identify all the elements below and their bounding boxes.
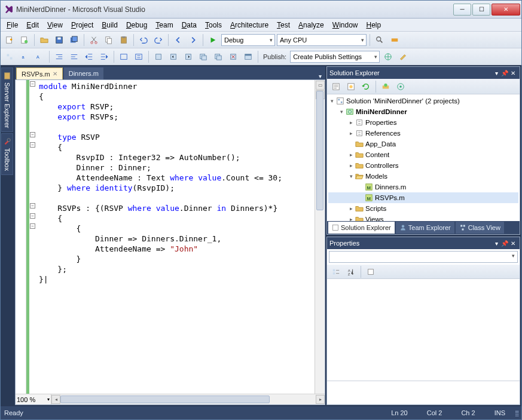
code-editor[interactable]: −−−−−− module MiniNerdDinner { export RS…	[16, 80, 325, 394]
menu-data[interactable]: Data	[178, 20, 200, 30]
hscroll-thumb[interactable]	[60, 396, 270, 403]
scroll-left-button[interactable]: ◂	[51, 395, 60, 404]
resize-grip-icon[interactable]: ⣿	[515, 410, 518, 416]
menu-analyze[interactable]: Analyze	[295, 20, 328, 30]
fold-toggle[interactable]: −	[30, 142, 35, 148]
indent-dec-button[interactable]	[97, 50, 111, 63]
refresh-button[interactable]	[359, 80, 373, 93]
fold-toggle[interactable]: −	[30, 203, 35, 209]
toolbox-tab[interactable]: Toolbox	[1, 133, 13, 175]
scroll-thumb[interactable]	[316, 91, 323, 210]
menu-debug[interactable]: Debug	[123, 20, 151, 30]
redo-button[interactable]	[152, 33, 165, 47]
bookmark-prevfolder-button[interactable]	[197, 50, 210, 63]
publish-select[interactable]: Create Publish Settings	[290, 51, 380, 63]
scroll-right-button[interactable]: ▸	[316, 395, 325, 404]
fold-toggle[interactable]: −	[30, 132, 35, 137]
tree-item[interactable]: ▸Scripts	[328, 203, 518, 214]
horizontal-scrollbar[interactable]: ◂ ▸	[51, 395, 325, 404]
solution-tree[interactable]: ▾Solution 'MiniNerdDinner' (2 projects)▾…	[327, 94, 520, 221]
tree-item[interactable]: App_Data	[328, 139, 518, 149]
expander-icon[interactable]: ▾	[328, 98, 335, 104]
file-tab-inactive[interactable]: Dinners.m	[64, 68, 103, 79]
menu-window[interactable]: Window	[329, 20, 362, 30]
file-tab-active[interactable]: RSVPs.m✕	[16, 68, 63, 79]
undo-button[interactable]	[137, 33, 150, 47]
tree-item[interactable]: MRSVPs.m	[328, 192, 518, 203]
panel-close-button[interactable]: ✕	[509, 240, 517, 247]
expander-icon[interactable]: ▸	[347, 152, 355, 158]
nest-button[interactable]	[379, 80, 392, 93]
expander-icon[interactable]: ▸	[347, 216, 355, 221]
tree-item[interactable]: MDinners.m	[328, 182, 518, 192]
uncomment-out-button[interactable]	[132, 50, 145, 63]
tree-item[interactable]: ▾Models	[328, 171, 518, 182]
expander-icon[interactable]: ▸	[347, 130, 355, 136]
copy-button[interactable]	[102, 33, 115, 47]
tree-item[interactable]: ▾Solution 'MiniNerdDinner' (2 projects)	[328, 96, 518, 106]
extension-button[interactable]	[388, 33, 401, 47]
close-button[interactable]: ✕	[492, 4, 520, 16]
bookmark-nextfolder-button[interactable]	[212, 50, 225, 63]
panel-pin-button[interactable]: 📌	[500, 240, 509, 247]
indent-inc-button[interactable]	[83, 50, 96, 63]
new-project-button[interactable]	[3, 33, 16, 47]
nav-back-button[interactable]	[172, 33, 185, 47]
tab-dropdown-button[interactable]: ▾	[316, 73, 324, 79]
panel-tab-class-view[interactable]: Class View	[456, 222, 504, 234]
menu-file[interactable]: File	[3, 20, 22, 30]
tree-item[interactable]: ▾MiniNerdDinner	[328, 106, 518, 117]
panel-dropdown-button[interactable]: ▾	[492, 240, 500, 247]
expander-icon[interactable]: ▾	[338, 109, 345, 115]
panel-dropdown-button[interactable]: ▾	[492, 70, 500, 76]
menu-architecture[interactable]: Architecture	[227, 20, 272, 30]
start-debug-button[interactable]	[206, 33, 219, 47]
minimize-button[interactable]: ─	[453, 4, 471, 16]
expander-icon[interactable]: ▸	[347, 206, 355, 211]
server-explorer-tab[interactable]: Server Explorer	[1, 68, 13, 132]
panel-tab-team-explorer[interactable]: Team Explorer	[396, 222, 454, 234]
outdent-button[interactable]	[68, 50, 81, 63]
split-button[interactable]: ▭	[316, 81, 325, 90]
paste-button[interactable]	[117, 33, 130, 47]
menu-project[interactable]: Project	[68, 20, 97, 30]
expander-icon[interactable]: ▸	[347, 119, 355, 125]
expander-icon[interactable]: ▸	[347, 163, 355, 168]
comment-out-button[interactable]	[117, 50, 130, 63]
menu-help[interactable]: Help	[362, 20, 384, 30]
open-button[interactable]	[38, 33, 51, 47]
vertical-scrollbar[interactable]: ▭ ▴	[315, 80, 325, 394]
bookmark-toggle-button[interactable]	[152, 50, 165, 63]
zoom-select[interactable]: 100 %▾	[16, 394, 51, 404]
maximize-button[interactable]: ☐	[472, 4, 490, 16]
cut-button[interactable]	[87, 33, 100, 47]
fold-toggle[interactable]: −	[30, 223, 35, 229]
menu-view[interactable]: View	[44, 20, 66, 30]
add-item-button[interactable]	[18, 33, 31, 47]
bookmark-next-button[interactable]	[182, 50, 195, 63]
properties-button[interactable]	[329, 80, 343, 93]
property-pages-button[interactable]	[364, 265, 377, 278]
panel-close-button[interactable]: ✕	[509, 70, 517, 76]
tree-item[interactable]: ▸Content	[328, 149, 518, 160]
nav-forward-button[interactable]	[187, 33, 200, 47]
properties-object-select[interactable]	[329, 251, 518, 263]
view-designer-button[interactable]	[394, 80, 407, 93]
find-button[interactable]	[373, 33, 386, 47]
publish-web-button[interactable]	[381, 50, 395, 63]
tree-item[interactable]: ▸References	[328, 128, 518, 139]
menu-team[interactable]: Team	[152, 20, 176, 30]
indent-button[interactable]	[53, 50, 66, 63]
platform-select[interactable]: Any CPU	[277, 34, 367, 46]
close-tab-icon[interactable]: ✕	[53, 70, 57, 77]
bookmark-prev-button[interactable]	[167, 50, 180, 63]
menu-edit[interactable]: Edit	[23, 20, 42, 30]
tree-item[interactable]: ▸Controllers	[328, 160, 518, 171]
bookmark-clear-button[interactable]	[227, 50, 240, 63]
save-button[interactable]	[53, 33, 66, 47]
tree-item[interactable]: ▸Properties	[328, 117, 518, 128]
save-all-button[interactable]	[68, 33, 81, 47]
menu-tools[interactable]: Tools	[202, 20, 225, 30]
uncomment-button[interactable]: A	[33, 50, 46, 63]
categorized-button[interactable]	[329, 265, 343, 278]
